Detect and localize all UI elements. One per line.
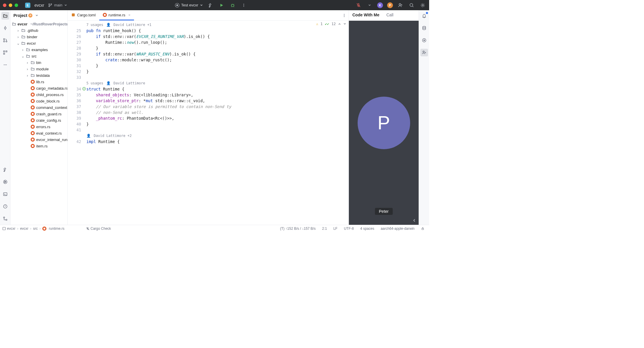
settings-button[interactable] [419, 2, 426, 9]
project-tool-button[interactable] [1, 12, 9, 20]
tree-item-eval_context-rs[interactable]: eval_context.rs [11, 130, 67, 136]
indent[interactable]: 4 spaces [358, 227, 377, 231]
tree-item-testdata[interactable]: ›testdata [11, 72, 67, 79]
close-tab-button[interactable]: × [128, 13, 130, 17]
lock-status[interactable] [419, 227, 427, 230]
mic-mute-button[interactable] [355, 2, 362, 9]
avatar-p[interactable]: P [387, 2, 393, 8]
cwm-tab-call[interactable]: Call [383, 10, 397, 20]
tree-item-binder[interactable]: ›binder [11, 34, 67, 40]
tree-item-item-rs[interactable]: item.rs [11, 143, 67, 149]
code-inlay[interactable]: 5 usages👤David Lattimore [86, 80, 349, 86]
tree-item-lib-rs[interactable]: lib.rs [11, 79, 67, 85]
minimize-window-button[interactable] [9, 4, 12, 7]
tree-item-crash_guard-rs[interactable]: crash_guard.rs [11, 111, 67, 117]
tree-item-evcxr_internal_runtim[interactable]: evcxr_internal_runtim [11, 136, 67, 143]
code-line[interactable]: } [86, 63, 349, 69]
avatar-k[interactable]: K [377, 2, 383, 8]
caret-position[interactable]: 2:1 [320, 227, 329, 231]
tree-root[interactable]: evcxr ~/RustRoverProjects/ev [11, 21, 67, 27]
code-line[interactable]: } [86, 121, 349, 127]
tree-item-crate_config-rs[interactable]: crate_config.rs [11, 117, 67, 123]
code-line[interactable]: _phantom_rc: PhantomData<Rc<()>>, [86, 115, 349, 121]
encoding[interactable]: UTF-8 [342, 227, 356, 231]
tree-item-command_context-rs[interactable]: command_context.rs [11, 104, 67, 111]
svg-point-22 [6, 65, 6, 65]
gear-icon [420, 3, 425, 8]
tree-item-errors-rs[interactable]: errors.rs [11, 123, 67, 130]
tree-item-module[interactable]: ›module [11, 66, 67, 72]
tree-item-child_process-rs[interactable]: child_process.rs [11, 91, 67, 98]
debug-button[interactable] [229, 2, 236, 9]
cwm-tab-main[interactable]: Code With Me [349, 10, 383, 20]
code-line[interactable]: // non-Send as well. [86, 109, 349, 115]
code-line[interactable]: } [86, 45, 349, 51]
more-tool-button[interactable] [1, 61, 9, 69]
target-triple[interactable]: aarch64-apple-darwin [378, 227, 417, 231]
close-window-button[interactable] [3, 4, 6, 7]
code-line[interactable]: // Our variable store is permitted to co… [86, 104, 349, 109]
editor-tab-Cargo-toml[interactable]: Cargo.toml [68, 10, 99, 20]
tree-item-examples[interactable]: ›examples [11, 46, 67, 53]
breadcrumb[interactable]: src [33, 227, 38, 231]
code-line[interactable]: impl Runtime { [86, 139, 349, 145]
project-name[interactable]: evcxr [34, 3, 44, 8]
tree-item-cargo_metadata-rs[interactable]: cargo_metadata.rs [11, 85, 67, 91]
editor-body[interactable]: ⚠ 1 ✔✔ 12 252627282930313233343536373839… [68, 21, 349, 225]
code-line[interactable]: crate::module::wrap_rustc(); [86, 57, 349, 63]
notifications-button[interactable] [420, 12, 428, 20]
cargo-tool-button[interactable] [420, 36, 428, 44]
pull-requests-tool-button[interactable] [1, 36, 9, 44]
cwm-collapse-button[interactable] [412, 218, 416, 222]
tree-item-label: examples [32, 48, 48, 52]
cwm-dropdown[interactable] [366, 2, 373, 9]
tree-item-code_block-rs[interactable]: code_block.rs [11, 98, 67, 104]
breadcrumb[interactable]: evcxr [20, 227, 29, 231]
code-line[interactable]: if std::env::var(WRAP_RUSTC_ENV).is_ok()… [86, 51, 349, 57]
code-line[interactable] [86, 127, 349, 133]
tree-item-src[interactable]: ⌄src [11, 53, 67, 59]
build-tool-button[interactable] [1, 166, 9, 173]
search-everywhere-button[interactable] [408, 2, 415, 9]
tree-item-bin[interactable]: ›bin [11, 59, 67, 66]
terminal-tool-button[interactable] [1, 190, 9, 198]
code-line[interactable]: shared_objects: Vec<libloading::Library>… [86, 92, 349, 98]
code-line[interactable]: struct Runtime { [86, 86, 349, 92]
code-inlay[interactable]: 👤David Lattimore +2 [86, 133, 349, 139]
structure-tool-button[interactable] [1, 49, 9, 56]
line-separator[interactable]: LF [331, 227, 340, 231]
breadcrumb-sep: › [17, 227, 18, 231]
maximize-window-button[interactable] [15, 4, 18, 7]
tree-item-evcxr[interactable]: ⌄evcxr [11, 40, 67, 46]
editor-inspection-widget[interactable]: ⚠ 1 ✔✔ 12 [316, 22, 346, 26]
code-line[interactable] [86, 74, 349, 80]
code-line[interactable]: } [86, 69, 349, 74]
cargo-check-status[interactable]: Cargo Check [84, 227, 113, 231]
database-tool-button[interactable] [420, 24, 428, 32]
vcs-branch[interactable]: main [48, 3, 67, 7]
code-line[interactable]: pub fn runtime_hook() { [86, 28, 349, 34]
run-tool-button[interactable] [1, 178, 9, 186]
commit-tool-button[interactable] [1, 24, 9, 32]
cwm-tool-button[interactable] [420, 49, 428, 56]
editor-tabs-menu[interactable] [340, 10, 349, 20]
code-inlay[interactable]: 7 usages👤David Lattimore +1 [86, 22, 349, 28]
code-line[interactable]: Runtime::new().run_loop(); [86, 39, 349, 45]
add-user-button[interactable] [397, 2, 404, 9]
breadcrumb[interactable]: evcxr [2, 227, 15, 231]
tree-item--github[interactable]: ›.github [11, 27, 67, 34]
code-area[interactable]: 7 usages👤David Lattimore +1pub fn runtim… [86, 21, 349, 225]
build-button[interactable] [207, 2, 214, 9]
project-panel-header[interactable]: Project P [11, 10, 67, 21]
network-status[interactable]: (T) ↑152 B/s / ↓157 B/s [278, 227, 318, 231]
more-run-button[interactable] [240, 2, 247, 9]
code-line[interactable]: variable_store_ptr: *mut std::os::raw::c… [86, 98, 349, 104]
run-configuration[interactable]: Test evcxr [175, 3, 203, 8]
run-gutter-icon[interactable] [82, 87, 86, 91]
run-button[interactable] [218, 2, 225, 9]
breadcrumb[interactable]: runtime.rs [42, 227, 64, 231]
code-line[interactable]: if std::env::var(EVCXR_IS_RUNTIME_VAR).i… [86, 34, 349, 39]
problems-tool-button[interactable] [1, 203, 9, 210]
vcs-tool-button[interactable] [1, 215, 9, 222]
editor-tab-runtime-rs[interactable]: runtime.rs× [99, 10, 134, 20]
